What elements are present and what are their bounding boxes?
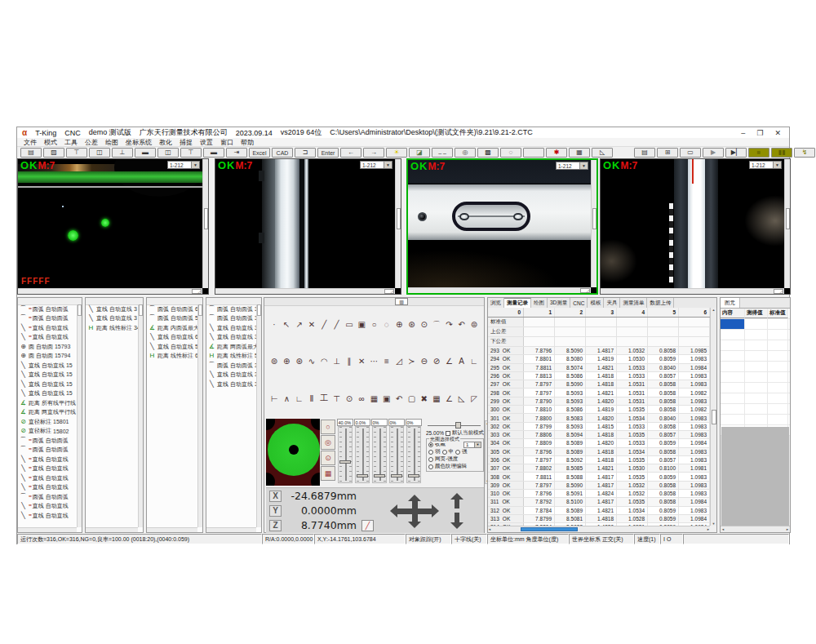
palette-tool-icon[interactable]: ⊕ (281, 356, 292, 367)
palette-tool-icon[interactable]: ∿ (306, 356, 317, 367)
menu-模式[interactable]: 模式 (44, 138, 57, 147)
feature-list-item[interactable]: ╲直线自动直线 15 (18, 380, 77, 389)
palette-tool-icon[interactable]: ≡ (381, 356, 392, 367)
feature-list-item[interactable]: ╲直线自动直线 3 (206, 333, 256, 343)
feature-list-item[interactable]: ╲***直线自动直线 (18, 323, 77, 333)
master-brightness-slider[interactable] (428, 422, 481, 429)
palette-tool-icon[interactable]: ▦ (369, 393, 380, 404)
scroll-right-icon[interactable]: ► (707, 527, 710, 531)
slider-track[interactable] (389, 426, 404, 483)
dashes-button[interactable]: – – (432, 148, 453, 158)
table-row[interactable]: 300OK7.88108.50861.48191.05350.80581.098… (488, 406, 710, 414)
palette-tool-icon[interactable]: ⊛ (406, 319, 417, 331)
feature-list-item[interactable]: ╲直线自动直线 5 (147, 342, 197, 352)
light-slider[interactable]: 0% (388, 419, 405, 486)
table-row[interactable]: 304OK7.88098.50891.48201.05330.80591.098… (488, 439, 710, 447)
arrow-left-button[interactable]: ← (340, 148, 361, 158)
pattern-button[interactable]: ▩ (477, 148, 499, 158)
feature-list-item[interactable]: ╲直线自动直线 3 (86, 304, 138, 314)
palette-tool-icon[interactable]: ◌ (381, 319, 392, 331)
menu-工具[interactable]: 工具 (64, 138, 78, 147)
table-row[interactable]: 294OK7.88018.50801.48191.05300.80591.098… (488, 355, 710, 363)
table-row[interactable]: 310OK7.87968.50911.48241.05320.80581.098… (488, 490, 710, 498)
palette-tool-icon[interactable]: ▦ (431, 393, 442, 404)
feature-list-item[interactable]: ╲直线自动直线 3 (206, 323, 256, 333)
feature-list-item[interactable]: ⌒圆弧自动圆弧 5 (147, 314, 197, 324)
camera-hscrollbar[interactable]: ◿ (215, 288, 395, 294)
palette-tool-icon[interactable]: ↶ (393, 393, 405, 404)
light-slider[interactable]: 0.0% (353, 419, 370, 486)
camera-hscrollbar[interactable]: ◿ (601, 288, 784, 294)
palette-tool-icon[interactable]: ▭ (344, 319, 355, 331)
scroll-left-icon[interactable]: ◄ (721, 527, 725, 531)
table-row[interactable]: 295OK7.88118.50741.48211.05330.80401.098… (488, 364, 710, 372)
measure-height-button[interactable]: ⊥ (112, 148, 133, 158)
menu-捕捉[interactable]: 捕捉 (180, 138, 193, 147)
camera-view-1[interactable]: FFFFF OKM:7 1-212▼ ◿ (17, 158, 209, 295)
ring-light-widget[interactable] (266, 419, 320, 486)
tab-模板[interactable]: 模板 (588, 298, 604, 308)
resize-handle-icon[interactable]: ◿ (384, 289, 394, 294)
plug-button[interactable]: ⊐ (295, 148, 316, 158)
pause-button[interactable]: ▮▮ (771, 148, 792, 158)
palette-tool-icon[interactable]: · (268, 319, 280, 331)
table-row[interactable]: 303OK7.88068.50941.48181.05350.80571.098… (488, 431, 710, 439)
zoom-button[interactable]: ◎ (455, 148, 476, 158)
elements-row[interactable] (721, 351, 790, 362)
mode-b-radio[interactable] (428, 464, 433, 469)
menu-设置[interactable]: 设置 (200, 138, 213, 147)
slider-track[interactable] (406, 426, 421, 483)
palette-tool-icon[interactable]: ⊜ (468, 319, 480, 331)
star-button[interactable]: ✱ (546, 148, 567, 158)
feature-list-item[interactable]: ⌒***圆弧自动圆弧 (18, 304, 77, 314)
excel-button[interactable]: Excel (249, 148, 270, 158)
camera-hscrollbar[interactable]: ◿ (18, 288, 202, 294)
dither-button[interactable]: ▦ (569, 148, 590, 158)
camera-view-3-selected[interactable]: OKM:7 1-212▼ ◿ (406, 158, 598, 295)
caliper-2-button[interactable]: ◫ (157, 148, 179, 158)
panel-vscrollbar[interactable] (256, 304, 261, 527)
ring-mode-button[interactable]: ○ (321, 420, 335, 434)
palette-tool-icon[interactable]: Ⅱ (306, 393, 317, 404)
copy-button[interactable]: ⊞ (657, 148, 678, 158)
palette-tool-icon[interactable]: ⊖ (419, 356, 430, 367)
feature-list-item[interactable]: ⊕圆自动圆 15794 (18, 352, 77, 362)
table-row[interactable]: 305OK7.87968.50891.48181.05340.80581.098… (488, 448, 710, 456)
tab-数据上传[interactable]: 数据上传 (647, 298, 674, 308)
folder-button[interactable]: ▭ (680, 148, 701, 158)
panel-hscrollbar[interactable] (147, 527, 197, 532)
feature-list-item[interactable]: ∡距离内圆弧最大值 (147, 323, 197, 333)
tab-浏览[interactable]: 浏览 (488, 298, 504, 308)
table-row[interactable]: 311OK7.87928.51001.48171.05350.80581.098… (488, 498, 710, 506)
ring-mode-button[interactable]: ◎ (321, 435, 335, 450)
menu-公差[interactable]: 公差 (85, 138, 98, 147)
enter-button[interactable]: Enter (317, 148, 339, 158)
scroll-left-icon[interactable]: ◄ (488, 527, 491, 531)
table-row[interactable]: 302OK7.87998.50931.48151.05330.80581.098… (488, 423, 710, 431)
palette-tool-icon[interactable]: ⋯ (369, 356, 380, 367)
palette-tool-icon[interactable]: ✖ (419, 393, 430, 404)
ring-light-circle[interactable] (268, 424, 320, 476)
feature-list-item[interactable]: ⌒***圆弧自动圆弧 (18, 446, 77, 455)
feature-list-item[interactable]: ⌒***圆弧自动圆弧 (18, 436, 77, 446)
palette-tool-icon[interactable]: ▣ (356, 319, 367, 331)
resize-handle-icon[interactable]: ◿ (774, 289, 783, 294)
bulb-button[interactable]: ☀ (386, 148, 407, 158)
palette-tool-icon[interactable]: ◺ (456, 393, 468, 404)
slider-thumb[interactable] (357, 474, 368, 477)
results-hscrollbar[interactable]: ◄ ► (488, 526, 710, 532)
camera-hscrollbar[interactable]: ◿ (408, 287, 591, 293)
palette-tool-icon[interactable]: ╱ (331, 319, 343, 331)
feature-list-item[interactable]: ∡距离所有线平行线 (18, 398, 77, 408)
feature-list-item[interactable]: ╲***直线自动直线 (18, 333, 77, 343)
feature-list-item[interactable]: ╲直线自动直线 3 (86, 314, 138, 324)
panel-hscrollbar[interactable] (206, 527, 256, 532)
palette-tool-icon[interactable]: ⊢ (268, 393, 280, 404)
table-row[interactable]: 312OK7.87848.50891.48211.05340.80591.098… (488, 507, 710, 515)
diagonal-move-button[interactable]: ╱ (361, 520, 374, 531)
menu-绘图[interactable]: 绘图 (105, 138, 118, 147)
scroll-thumb[interactable] (257, 304, 261, 316)
scroll-right-icon[interactable]: ► (786, 527, 789, 531)
camera-vscrollbar[interactable] (395, 159, 401, 288)
panel-vscrollbar[interactable] (77, 304, 82, 527)
